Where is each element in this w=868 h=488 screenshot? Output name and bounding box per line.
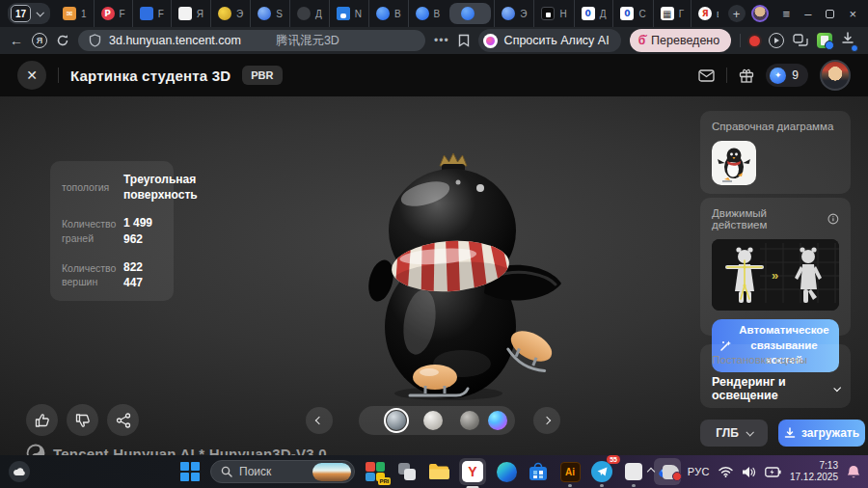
download-button[interactable]: загружать [778,420,865,447]
ask-alice-button[interactable]: Спросить Алису AI [478,29,621,52]
address-bar: ← Я 3d.hunyuan.tencent.com 腾讯混元3D ••• Сп… [0,27,868,54]
close-viewer-button[interactable]: ✕ [17,61,46,90]
browser-tab[interactable]: Д [289,0,329,27]
new-tab-button[interactable]: + [728,5,746,22]
bookmark-icon[interactable] [458,34,470,47]
feedback-buttons [26,404,139,436]
credits-pill[interactable]: ✦ 9 [766,64,808,87]
microsoft-store-button[interactable] [527,460,550,483]
browser-tab[interactable]: Я [171,0,210,27]
scene-select[interactable]: Рендеринг и освещение [712,375,839,402]
tab-title: S [276,9,283,19]
dislike-button[interactable] [67,404,98,436]
task-view-button[interactable] [395,460,419,483]
language-indicator[interactable]: РУС [688,466,710,477]
url-text: 3d.hunyuan.tencent.com [109,34,241,47]
close-window-button[interactable]: × [849,8,856,20]
export-row: ГЛБ загружать [700,420,851,447]
browser-tab[interactable]: В [368,0,408,27]
yandex-browser-button[interactable]: Y [459,458,486,485]
battery-icon[interactable] [765,467,781,477]
pri-badge: PRI [378,477,391,485]
more-icon[interactable]: ••• [434,34,449,47]
tab-favicon [541,7,555,20]
notification-bell-icon[interactable] [847,465,860,479]
material-sphere-white[interactable] [423,411,443,430]
browser-tab[interactable]: S [250,0,289,27]
screen: 17 ✉ 1 P F F Я Э [0,0,868,488]
taskbar-app-colorful[interactable]: PRI [364,460,387,483]
browser-tab[interactable]: P F [94,0,132,27]
mail-icon[interactable] [698,69,715,82]
browser-tab[interactable]: N [329,0,368,27]
tab-title: в [717,9,718,19]
browser-tab[interactable]: Э [494,0,533,27]
video-play-icon[interactable] [769,33,784,48]
browser-tab[interactable]: 0 Д [574,0,613,27]
user-avatar[interactable] [820,60,851,91]
phone-link-icon[interactable] [663,465,679,479]
extension-icon[interactable] [817,33,832,48]
browser-tab[interactable]: Н [533,0,573,27]
carousel-prev-button[interactable] [306,407,333,434]
browser-tab[interactable]: ▦ Г [653,0,691,27]
material-sphere-clay[interactable] [460,411,479,430]
translated-button[interactable]: б̆ Переведено [630,29,732,52]
browser-tab[interactable]: F [132,0,171,27]
browser-menu-button[interactable]: ≡ [783,8,791,20]
reference-panel: Справочная диаграмма [700,111,851,194]
taskbar-clock[interactable]: 7:13 17.12.2025 [790,460,838,484]
taskbar-app-white[interactable] [622,460,645,483]
divider [58,68,59,83]
tab-title: F [120,9,125,19]
file-explorer-button[interactable] [427,460,450,483]
rig-preview-image: » [712,239,839,311]
telegram-icon [591,461,612,482]
tab-favicon [376,7,390,20]
omnibox[interactable]: 3d.hunyuan.tencent.com 腾讯混元3D [78,30,425,51]
record-icon[interactable] [749,36,760,46]
material-sphere-selected[interactable] [387,411,406,430]
taskbar-search[interactable]: Поиск [210,460,355,483]
like-button[interactable] [26,404,58,436]
downloads-button[interactable] [841,32,854,49]
browser-tab[interactable]: 0 С [612,0,652,27]
tab-title: Э [520,9,527,19]
material-sphere-gradient[interactable] [488,411,507,430]
carousel-next-button[interactable] [533,407,560,434]
thumbs-down-icon [75,413,91,428]
browser-tab[interactable] [449,3,491,24]
app-icon [625,463,642,480]
maximize-button[interactable] [826,10,834,18]
tray-expand-icon[interactable] [646,468,654,475]
share-button[interactable] [107,404,139,436]
volume-icon[interactable] [742,466,756,478]
yandex-home-button[interactable]: Я [32,33,47,48]
tab-favicon [140,7,153,20]
minimize-button[interactable]: – [804,8,811,20]
browser-tab[interactable]: ✉ 1 [56,0,94,27]
penguin-3d-model[interactable] [342,144,564,404]
tab-counter-button[interactable]: 17 [8,3,50,24]
reference-thumbnail[interactable] [712,141,756,185]
gift-icon[interactable] [739,68,754,83]
format-select[interactable]: ГЛБ [700,420,768,447]
profile-avatar[interactable] [751,5,769,22]
browser-tab[interactable]: В [408,0,448,27]
model-title: Картинка студента 3D [70,68,231,84]
back-button[interactable]: ← [10,34,23,47]
panels-icon[interactable] [793,34,808,47]
tab-title: Д [315,9,322,19]
edge-button[interactable] [495,460,518,483]
tab-strip: ✉ 1 P F F Я Э S [56,0,719,27]
start-button[interactable] [178,460,202,483]
browser-tab[interactable]: Я в [691,0,718,27]
wifi-icon[interactable] [719,466,733,477]
refresh-button[interactable] [56,34,69,47]
telegram-button[interactable]: 55 [590,460,613,483]
browser-tab[interactable]: Э [210,0,250,27]
credits-count: 9 [792,68,799,82]
illustrator-button[interactable]: Ai [558,460,582,483]
info-icon[interactable] [827,213,839,225]
weather-widget[interactable] [9,461,30,482]
